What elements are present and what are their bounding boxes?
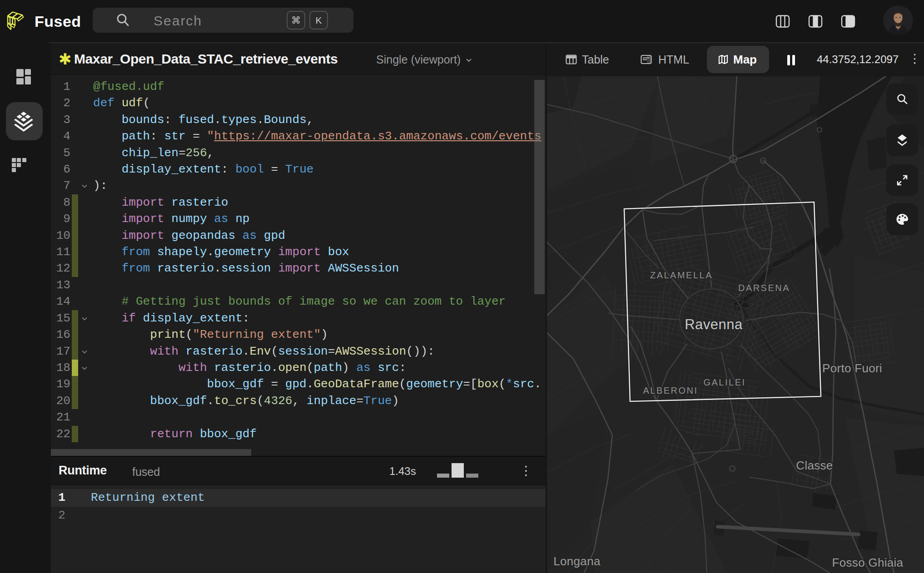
svg-text:Ravenna: Ravenna — [685, 316, 743, 332]
svg-text:Fosso Ghiaia: Fosso Ghiaia — [832, 556, 904, 569]
svg-text:Classe: Classe — [796, 459, 833, 472]
svg-text:Longana: Longana — [553, 554, 601, 568]
svg-text:Porto Fuori: Porto Fuori — [822, 361, 882, 375]
svg-text:ZALAMELLA: ZALAMELLA — [650, 270, 713, 280]
svg-text:GALILEI: GALILEI — [703, 377, 745, 387]
svg-text:ALBERONI: ALBERONI — [643, 385, 698, 395]
svg-text:DARSENA: DARSENA — [738, 283, 790, 293]
